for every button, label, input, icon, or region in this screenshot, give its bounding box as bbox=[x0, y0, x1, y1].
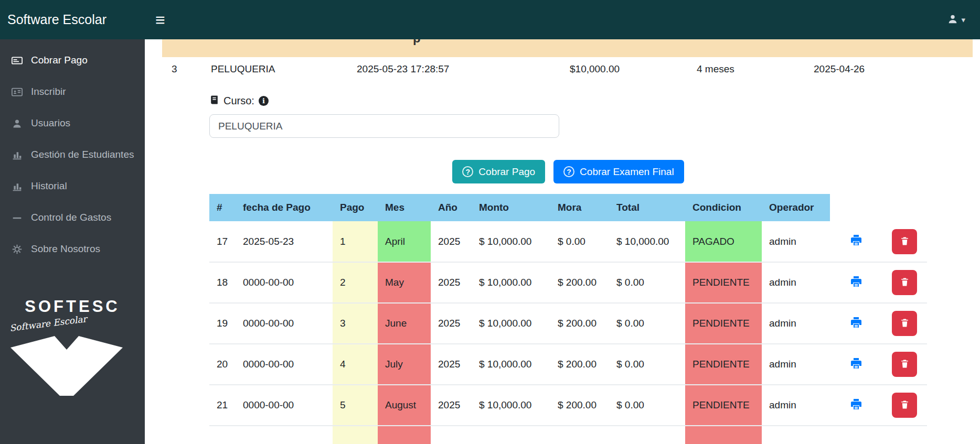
cobrar-examen-final-button[interactable]: ? Cobrar Examen Final bbox=[553, 160, 684, 183]
cell-num: 20 bbox=[209, 344, 236, 385]
payment-row: 20 0000-00-00 4 July 2025 $ 10,000.00 $ … bbox=[209, 344, 927, 385]
sidebar-item-inscribir[interactable]: Inscribir bbox=[0, 76, 145, 107]
payments-table-body: 17 2025-05-23 1 April 2025 $ 10,000.00 $… bbox=[209, 221, 927, 426]
menu-toggle-button[interactable]: ≡ bbox=[152, 12, 168, 28]
cell-num: 19 bbox=[209, 303, 236, 344]
course-duration: 4 meses bbox=[697, 63, 814, 75]
main-content: p 3 PELUQUERIA 2025-05-23 17:28:57 $10,0… bbox=[145, 0, 980, 444]
sidebar-item-cobrar-pago[interactable]: Cobrar Pago bbox=[0, 45, 145, 76]
cell-total: $ 0.00 bbox=[609, 385, 685, 426]
cell-condicion: PAGADO bbox=[685, 221, 762, 262]
cell-condicion: PENDIENTE bbox=[685, 303, 762, 344]
payments-table-head: #fecha de PagoPagoMesAñoMontoMoraTotalCo… bbox=[209, 194, 927, 221]
cell-fecha: 0000-00-00 bbox=[236, 344, 333, 385]
cell-monto: $ 10,000.00 bbox=[472, 303, 550, 344]
chart-bar-icon bbox=[10, 149, 23, 160]
print-button[interactable] bbox=[850, 316, 862, 329]
top-navbar: Software Escolar ≡ ▾ bbox=[0, 0, 980, 39]
column-header: Mes bbox=[378, 194, 431, 221]
trash-icon bbox=[900, 277, 910, 288]
cell-pago: 2 bbox=[333, 262, 378, 303]
cobrar-pago-label: Cobrar Pago bbox=[478, 166, 535, 178]
user-menu[interactable]: ▾ bbox=[947, 13, 965, 27]
cobrar-examen-label: Cobrar Examen Final bbox=[580, 166, 674, 178]
minus-icon bbox=[10, 212, 23, 223]
question-circle-icon: ? bbox=[462, 166, 473, 177]
print-button[interactable] bbox=[850, 398, 862, 410]
cobrar-pago-button[interactable]: ? Cobrar Pago bbox=[452, 160, 545, 183]
payments-table: #fecha de PagoPagoMesAñoMontoMoraTotalCo… bbox=[209, 194, 927, 444]
app-title: Software Escolar bbox=[0, 12, 145, 27]
hamburger-icon: ≡ bbox=[155, 10, 165, 29]
cell-mora: $ 200.00 bbox=[550, 303, 609, 344]
sidebar-item-sobre-nosotros[interactable]: Sobre Nosotros bbox=[0, 233, 145, 265]
print-button[interactable] bbox=[850, 357, 862, 370]
cell-mora: $ 200.00 bbox=[550, 344, 609, 385]
course-expiry: 2025-04-26 bbox=[814, 63, 980, 75]
user-icon bbox=[10, 118, 23, 129]
delete-button[interactable] bbox=[892, 229, 917, 254]
cell-monto: $ 10,000.00 bbox=[472, 344, 550, 385]
cell-mes: August bbox=[378, 385, 431, 426]
cell-pago: 3 bbox=[333, 303, 378, 344]
column-header-action bbox=[830, 194, 875, 221]
cell-fecha: 0000-00-00 bbox=[236, 303, 333, 344]
course-table-header-partial: p bbox=[162, 39, 973, 57]
logo-subtitle: Software Escolar bbox=[9, 313, 87, 333]
delete-button[interactable] bbox=[892, 393, 917, 418]
cell-num: 21 bbox=[209, 385, 236, 426]
cell-monto: $ 10,000.00 bbox=[472, 221, 550, 262]
cell-mora: $ 200.00 bbox=[550, 385, 609, 426]
column-header: Operador bbox=[762, 194, 830, 221]
trash-icon bbox=[900, 236, 910, 247]
cell-pago: 1 bbox=[333, 221, 378, 262]
course-price: $10,000.00 bbox=[570, 63, 697, 75]
payment-row-partial bbox=[209, 426, 927, 444]
cell-monto: $ 10,000.00 bbox=[472, 385, 550, 426]
curso-label-text: Curso: bbox=[223, 95, 254, 107]
cell-mora: $ 200.00 bbox=[550, 262, 609, 303]
cell-condicion: PENDIENTE bbox=[685, 385, 762, 426]
curso-input[interactable] bbox=[209, 114, 559, 138]
brand-logo: SOFTESC Software Escolar bbox=[0, 297, 145, 398]
money-check-icon bbox=[10, 55, 23, 66]
chart-bar-icon bbox=[10, 181, 23, 192]
column-header: # bbox=[209, 194, 236, 221]
sidebar: Cobrar Pago Inscribir Usuarios Gestión d… bbox=[0, 39, 145, 444]
column-header: Monto bbox=[472, 194, 550, 221]
cell-mes: July bbox=[378, 344, 431, 385]
cell-operador: admin bbox=[762, 262, 830, 303]
cell-monto: $ 10,000.00 bbox=[472, 262, 550, 303]
payment-row: 21 0000-00-00 5 August 2025 $ 10,000.00 … bbox=[209, 385, 927, 426]
cell-condicion: PENDIENTE bbox=[685, 262, 762, 303]
question-circle-icon: ? bbox=[563, 166, 574, 177]
cell-fecha: 0000-00-00 bbox=[236, 262, 333, 303]
cutoff-text-fragment: p bbox=[413, 39, 421, 46]
trash-icon bbox=[900, 359, 910, 370]
info-icon[interactable]: i bbox=[259, 96, 269, 106]
cell-mes: April bbox=[378, 221, 431, 262]
course-id: 3 bbox=[172, 63, 211, 75]
delete-button[interactable] bbox=[892, 311, 917, 336]
sidebar-item-control-de-gastos[interactable]: Control de Gastos bbox=[0, 202, 145, 233]
column-header: Condicion bbox=[685, 194, 762, 221]
print-button[interactable] bbox=[850, 234, 862, 246]
column-header: Total bbox=[609, 194, 685, 221]
payment-row: 17 2025-05-23 1 April 2025 $ 10,000.00 $… bbox=[209, 221, 927, 262]
cell-operador: admin bbox=[762, 385, 830, 426]
trash-icon bbox=[900, 399, 910, 411]
id-card-icon bbox=[10, 86, 23, 98]
cell-operador: admin bbox=[762, 221, 830, 262]
sidebar-item-historial[interactable]: Historial bbox=[0, 170, 145, 202]
delete-button[interactable] bbox=[892, 352, 917, 377]
cell-mora: $ 0.00 bbox=[550, 221, 609, 262]
sidebar-item-gestion-de-estudiantes[interactable]: Gestión de Estudiantes bbox=[0, 139, 145, 170]
caret-down-icon: ▾ bbox=[961, 15, 965, 25]
payment-row: 18 0000-00-00 2 May 2025 $ 10,000.00 $ 2… bbox=[209, 262, 927, 303]
sidebar-item-usuarios[interactable]: Usuarios bbox=[0, 107, 145, 139]
delete-button[interactable] bbox=[892, 270, 917, 295]
user-icon bbox=[947, 13, 958, 27]
print-button[interactable] bbox=[850, 275, 862, 288]
book-icon bbox=[209, 95, 219, 107]
logo-title: SOFTESC bbox=[0, 297, 145, 316]
